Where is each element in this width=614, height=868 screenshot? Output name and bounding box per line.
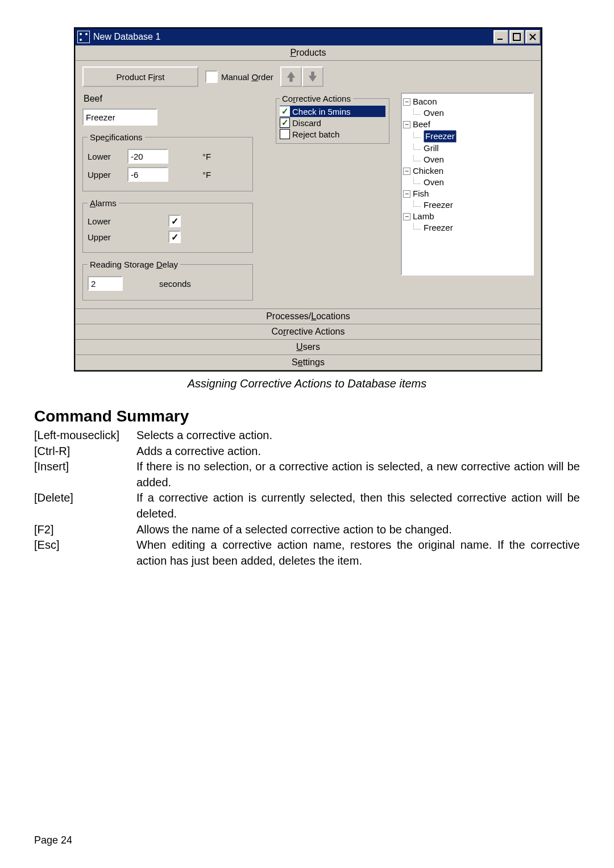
location-input[interactable]: Freezer — [82, 108, 157, 126]
tree-expander-icon[interactable]: − — [403, 121, 410, 128]
tree-node-bacon[interactable]: Bacon — [413, 96, 437, 107]
spec-upper-input[interactable]: -6 — [127, 167, 168, 182]
product-tree[interactable]: −Bacon Oven −Beef Freezer Grill Oven −Ch… — [401, 93, 534, 276]
spec-lower-label: Lower — [88, 152, 121, 161]
ca-item-check5[interactable]: Check in 5mins — [280, 106, 385, 117]
alarms-group: AlarmsAlarms Lower Upper — [82, 198, 253, 253]
corrective-actions-legend: Corrective ActionsCorrective Actions — [280, 94, 353, 103]
cmd-desc: Allows the name of a selected corrective… — [136, 522, 580, 538]
cmd-key: [Left-mouseclick] — [34, 428, 136, 444]
ca-item-label: Reject batch — [292, 130, 339, 139]
alarm-upper-label: Upper — [88, 232, 121, 242]
accordion-settings[interactable]: SettingsSettings — [75, 355, 541, 370]
cmd-key: [Ctrl-R] — [34, 444, 136, 460]
tree-node-chicken-oven[interactable]: Oven — [424, 177, 444, 188]
window-title: New Database 1 — [93, 32, 492, 42]
accordion-corrective[interactable]: Corrective ActionsCorrective Actions — [75, 324, 541, 340]
ca-item-discard[interactable]: Discard — [280, 117, 385, 128]
manual-order-label: Manual Order — [221, 72, 273, 82]
product-name-label: Beef — [84, 94, 270, 104]
tree-node-fish-freezer[interactable]: Freezer — [424, 199, 453, 211]
cmd-key: [Delete] — [34, 490, 136, 521]
tree-expander-icon[interactable]: − — [403, 168, 410, 175]
product-first-button[interactable]: Product First Product First — [82, 66, 198, 87]
spec-upper-label: Upper — [88, 170, 121, 180]
command-summary-heading: Command Summary — [34, 407, 580, 425]
svg-point-1 — [85, 33, 88, 35]
move-down-button[interactable] — [302, 66, 323, 87]
title-bar: New Database 1 — [75, 28, 541, 45]
spec-lower-input[interactable]: -20 — [127, 149, 168, 164]
specifications-group: SpecificationsSpecifications Lower -20 °… — [82, 132, 253, 191]
command-summary-table: [Left-mouseclick]Selects a corrective ac… — [34, 428, 580, 569]
svg-rect-4 — [513, 34, 520, 40]
svg-marker-7 — [287, 72, 295, 82]
alarms-legend: AlarmsAlarms — [88, 198, 119, 208]
svg-rect-3 — [497, 39, 503, 40]
spec-lower-unit: °F — [202, 152, 211, 161]
tree-expander-icon[interactable]: − — [403, 213, 410, 220]
products-toolbar: Product First Product First Manual Order… — [76, 61, 541, 93]
tree-node-fish[interactable]: Fish — [413, 188, 429, 199]
reading-delay-group: Reading Storage DelayReading Storage Del… — [82, 260, 253, 301]
app-icon — [77, 31, 90, 43]
cmd-desc: Adds a corrective action. — [136, 444, 580, 460]
product-form: Beef Freezer SpecificationsSpecification… — [82, 93, 275, 301]
cmd-desc: If there is no selection, or a correctiv… — [136, 459, 580, 490]
cmd-key: [Esc] — [34, 537, 136, 569]
close-button[interactable] — [525, 30, 540, 44]
move-up-button[interactable] — [280, 66, 302, 87]
ca-check-icon — [280, 106, 290, 116]
accordion-users[interactable]: UsersUsers — [75, 340, 541, 355]
manual-order-checkbox[interactable] — [205, 70, 218, 83]
page-number: Page 24 — [34, 834, 72, 846]
svg-marker-8 — [309, 72, 317, 82]
svg-point-0 — [80, 33, 82, 35]
spec-upper-unit: °F — [202, 170, 211, 180]
tree-node-lamb-freezer[interactable]: Freezer — [424, 222, 453, 233]
ca-item-label: Discard — [292, 118, 321, 128]
cmd-key: [Insert] — [34, 459, 136, 490]
tree-node-beef-oven[interactable]: Oven — [424, 154, 444, 165]
cmd-desc: When editing a corrective action name, r… — [136, 537, 580, 569]
products-panel: Product First Product First Manual Order… — [75, 61, 541, 309]
tree-node-beef-grill[interactable]: Grill — [424, 143, 439, 154]
ca-item-reject[interactable]: Reject batch — [280, 128, 385, 140]
cmd-desc: Selects a corrective action. — [136, 428, 580, 444]
figure-caption: Assigning Corrective Actions to Database… — [34, 377, 580, 390]
reading-delay-input[interactable]: 2 — [88, 276, 123, 291]
tree-node-bacon-oven[interactable]: Oven — [424, 107, 444, 119]
maximize-button[interactable] — [509, 30, 524, 44]
corrective-actions-group: Corrective ActionsCorrective Actions Che… — [276, 94, 389, 144]
specifications-legend: SpecificationsSpecifications — [88, 132, 145, 142]
alarm-upper-checkbox[interactable] — [168, 231, 181, 243]
ca-item-label: Check in 5mins — [292, 107, 351, 116]
accordion-processes[interactable]: Processes/LocationsProcesses/Locations — [75, 309, 541, 324]
minimize-button[interactable] — [493, 30, 508, 44]
accordion-products[interactable]: PProductsroducts — [75, 45, 541, 61]
app-window: New Database 1 PProductsroducts — [74, 27, 542, 372]
ca-check-icon — [280, 118, 290, 128]
tree-expander-icon[interactable]: − — [403, 190, 410, 198]
cmd-key: [F2] — [34, 522, 136, 538]
reading-delay-legend: Reading Storage DelayReading Storage Del… — [88, 260, 180, 269]
cmd-desc: If a corrective action is currently sele… — [136, 490, 580, 521]
tree-node-chicken[interactable]: Chicken — [413, 165, 443, 177]
alarm-lower-label: Lower — [88, 216, 121, 226]
tree-node-beef-freezer[interactable]: Freezer — [424, 130, 457, 143]
tree-node-beef[interactable]: Beef — [413, 119, 430, 130]
ca-check-icon — [280, 129, 290, 139]
tree-expander-icon[interactable]: − — [403, 98, 410, 106]
svg-point-2 — [80, 39, 82, 41]
tree-node-lamb[interactable]: Lamb — [413, 211, 434, 222]
alarm-lower-checkbox[interactable] — [168, 215, 181, 227]
reading-delay-unit: seconds — [159, 279, 191, 289]
